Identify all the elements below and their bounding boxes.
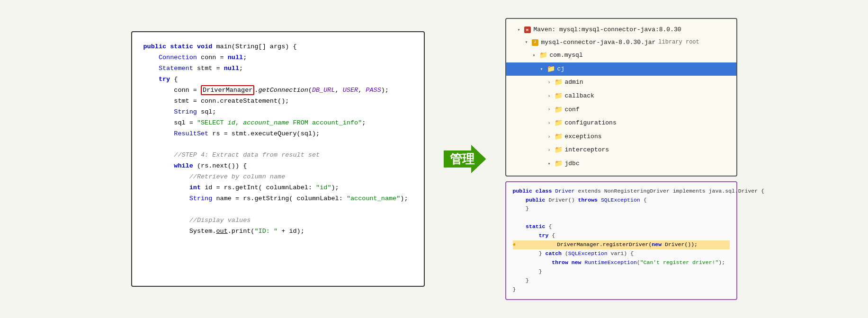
chevron-icon: ▾ xyxy=(531,51,537,60)
tree-label: exceptions xyxy=(565,131,602,143)
tree-label: mysql-connector-java-8.0.30.jar xyxy=(541,37,656,49)
chevron-icon: › xyxy=(546,78,553,87)
snippet-line: throw new RuntimeException("Can't regist… xyxy=(513,258,730,267)
code-line: public static void main(String[] args) { xyxy=(143,42,412,53)
code-line-conn: conn = DriverManager.getConnection(DB_UR… xyxy=(143,85,412,96)
tree-label: cj xyxy=(557,63,565,75)
tree-label: configurations xyxy=(565,117,617,129)
chevron-icon: › xyxy=(546,132,553,141)
chevron-icon: ▾ xyxy=(538,65,545,74)
arrow-label: 管理 xyxy=(450,151,474,168)
chevron-icon: › xyxy=(546,105,553,114)
folder-icon: 📁 xyxy=(555,76,563,89)
right-container: ▾ M Maven: mysql:mysql-connector-java:8.… xyxy=(505,18,737,300)
snippet-line: public Driver() throws SQLException { xyxy=(513,196,730,205)
code-line-blank xyxy=(143,139,412,150)
code-line-sql: sql = "SELECT id, account_name FROM acco… xyxy=(143,118,412,129)
snippet-line: static { xyxy=(513,222,730,231)
code-line-comment: //Display values xyxy=(143,215,412,226)
tree-label: com.mysql xyxy=(550,50,583,62)
snippet-line: } xyxy=(513,285,730,294)
folder-icon: 📁 xyxy=(547,63,555,76)
snippet-line: } xyxy=(513,204,730,213)
folder-icon: 📁 xyxy=(555,158,563,170)
code-line-blank xyxy=(143,204,412,215)
code-line-string: String name = rs.getString( columnLabel:… xyxy=(143,194,412,204)
tree-row-callback[interactable]: › 📁 callback xyxy=(506,89,736,103)
tree-label: jdbc xyxy=(565,158,580,170)
chevron-icon: › xyxy=(546,146,553,155)
code-line: Statement stmt = null; xyxy=(143,63,412,74)
tree-row-commysql[interactable]: ▾ 📁 com.mysql xyxy=(506,49,736,62)
tree-row-interceptors[interactable]: › 📁 interceptors xyxy=(506,143,736,157)
folder-icon: 📁 xyxy=(555,131,563,143)
chevron-icon: › xyxy=(546,92,553,101)
code-line-comment: //Retrieve by column name xyxy=(143,172,412,183)
snippet-panel: public class Driver extends NonRegisteri… xyxy=(505,181,737,300)
tree-row-jar[interactable]: ▾ J mysql-connector-java-8.0.30.jar libr… xyxy=(506,36,736,49)
tree-label: admin xyxy=(565,77,583,88)
code-line-print: System.out.print("ID: " + id); xyxy=(143,226,412,237)
snippet-line: } catch (SQLException var1) { xyxy=(513,249,730,258)
snippet-line: public class Driver extends NonRegisteri… xyxy=(513,187,730,196)
snippet-line: try { xyxy=(513,231,730,240)
tree-row-maven[interactable]: ▾ M Maven: mysql:mysql-connector-java:8.… xyxy=(506,24,736,36)
code-line: stmt = conn.createStatement(); xyxy=(143,96,412,107)
arrow-container: 管理 xyxy=(444,145,486,173)
code-line: String sql; xyxy=(143,107,412,118)
chevron-icon: ▾ xyxy=(516,26,522,35)
snippet-line: } xyxy=(513,276,730,285)
arrow: 管理 xyxy=(444,145,486,173)
tree-row-conf[interactable]: › 📁 conf xyxy=(506,103,736,117)
code-line: Connection conn = null; xyxy=(143,53,412,63)
tree-panel: ▾ M Maven: mysql:mysql-connector-java:8.… xyxy=(505,18,737,177)
tree-label: Maven: mysql:mysql-connector-java:8.0.30 xyxy=(534,24,681,36)
chevron-icon: ▾ xyxy=(523,38,530,47)
code-line-while: while (rs.next()) { xyxy=(143,161,412,172)
maven-icon: M xyxy=(524,26,531,33)
code-line-int: int id = rs.getInt( columnLabel: "id"); xyxy=(143,183,412,194)
code-line: ResultSet rs = stmt.executeQuery(sql); xyxy=(143,129,412,140)
folder-icon: 📁 xyxy=(555,90,563,103)
left-code-panel: public static void main(String[] args) {… xyxy=(131,31,425,287)
code-line-comment: //STEP 4: Extract data from result set xyxy=(143,150,412,161)
jar-icon: J xyxy=(532,39,538,46)
tree-row-jdbc[interactable]: ▾ 📁 jdbc xyxy=(506,157,736,171)
folder-icon: 📁 xyxy=(555,104,563,116)
snippet-line: } xyxy=(513,267,730,276)
folder-icon: 📁 xyxy=(555,117,563,130)
folder-icon: 📁 xyxy=(539,49,547,62)
lib-root-label: library root xyxy=(658,37,699,48)
snippet-line xyxy=(513,213,730,222)
tree-label: conf xyxy=(565,104,580,116)
tree-row-exceptions[interactable]: › 📁 exceptions xyxy=(506,130,736,144)
tree-row-configurations[interactable]: › 📁 configurations xyxy=(506,116,736,130)
folder-icon: 📁 xyxy=(555,144,563,157)
tree-row-cj[interactable]: ▾ 📁 cj xyxy=(506,62,736,76)
snippet-line-highlight: ● DriverManager.registerDriver(new Drive… xyxy=(513,240,730,249)
chevron-icon: › xyxy=(546,119,553,128)
tree-row-admin[interactable]: › 📁 admin xyxy=(506,76,736,89)
tree-label: callback xyxy=(565,90,594,102)
chevron-icon: ▾ xyxy=(546,159,553,168)
tree-label: interceptors xyxy=(565,144,609,156)
code-line-try: try { xyxy=(143,74,412,85)
